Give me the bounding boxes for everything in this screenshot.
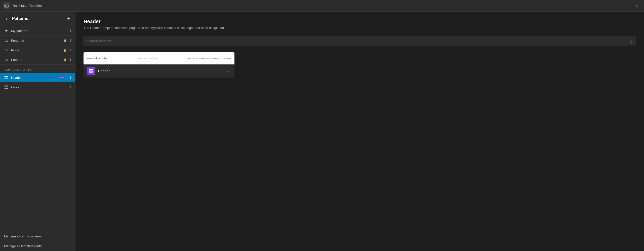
- template-icon-footer: [4, 85, 9, 89]
- footers-count: 1: [69, 58, 71, 61]
- preview-nav-item-3: Sample Page: [221, 57, 231, 59]
- svg-rect-7: [89, 71, 91, 73]
- my-patterns-label: My patterns: [11, 29, 67, 33]
- preview-nav: Privacy Policy Refund and Return Policy …: [186, 57, 231, 59]
- back-button[interactable]: ‹: [3, 15, 10, 22]
- sidebar-footer: Manage all of my patterns › Manage all t…: [0, 231, 75, 251]
- svg-rect-6: [89, 69, 93, 70]
- chevron-right-icon-1: ›: [70, 235, 71, 238]
- footer-nav-label: Footer: [11, 85, 67, 89]
- header-nav-count: 1: [69, 76, 71, 79]
- pattern-card-header: Rank Math Test Site Type / to choose a b…: [84, 52, 234, 78]
- pattern-name: Header: [98, 69, 221, 73]
- preview-site-name: Rank Math Test Site: [87, 57, 107, 60]
- preview-nav-item-2: Refund and Return Policy: [199, 57, 219, 59]
- my-patterns-count: 1: [69, 29, 71, 32]
- sidebar-item-my-patterns[interactable]: ★ My patterns 1: [0, 26, 75, 35]
- sidebar-item-footers[interactable]: 🗂 Footers 🔒 1: [0, 55, 75, 64]
- sidebar-item-featured[interactable]: 🗂 Featured 🔒 1: [0, 36, 75, 45]
- manage-template-parts-link[interactable]: Manage all template parts ›: [0, 241, 75, 251]
- search-input[interactable]: [87, 36, 630, 46]
- svg-rect-2: [7, 78, 8, 79]
- page-description: The Header template defines a page area …: [84, 26, 636, 30]
- preview-nav-item-1: Privacy Policy: [186, 57, 197, 59]
- chevron-right-icon-2: ›: [70, 244, 71, 248]
- footer-nav-count: 1: [69, 85, 71, 89]
- svg-rect-1: [5, 78, 6, 79]
- svg-rect-5: [5, 88, 8, 89]
- folder-icon-posts: 🗂: [4, 48, 9, 52]
- top-bar: Rank Math Test Site ⌕: [0, 0, 644, 12]
- pattern-info: Header ···: [84, 64, 234, 78]
- svg-rect-4: [7, 85, 8, 87]
- page-title: Header: [84, 19, 636, 24]
- pattern-more-button[interactable]: ···: [224, 67, 231, 75]
- main-content: Header The Header template defines a pag…: [75, 12, 644, 251]
- pattern-preview: Rank Math Test Site Type / to choose a b…: [84, 52, 234, 64]
- lock-icon-posts: 🔒: [63, 49, 67, 52]
- featured-count: 1: [69, 39, 71, 42]
- lock-icon-footers: 🔒: [63, 58, 67, 61]
- sidebar-title: Patterns: [12, 16, 63, 21]
- sidebar: ‹ Patterns + ★ My patterns 1 🗂 Featured …: [0, 12, 75, 251]
- manage-template-parts-label: Manage all template parts: [4, 244, 42, 248]
- svg-rect-0: [5, 76, 8, 77]
- svg-rect-8: [91, 71, 93, 73]
- add-pattern-button[interactable]: +: [65, 15, 72, 22]
- sidebar-item-header[interactable]: Header 1: [0, 73, 75, 82]
- sidebar-header: ‹ Patterns +: [0, 12, 75, 26]
- folder-icon-footers: 🗂: [4, 57, 9, 62]
- lock-icon-featured: 🔒: [63, 39, 67, 42]
- sidebar-item-posts[interactable]: 🗂 Posts 🔒 1: [0, 45, 75, 55]
- star-icon: ★: [4, 28, 9, 33]
- posts-label: Posts: [11, 48, 60, 52]
- template-parts-label: TEMPLATE PARTS: [0, 65, 75, 73]
- site-name: Rank Math Test Site: [13, 4, 42, 8]
- posts-count: 1: [69, 48, 71, 52]
- footers-label: Footers: [11, 58, 60, 62]
- topbar-search-button[interactable]: ⌕: [633, 2, 641, 10]
- preview-placeholder: Type / to choose a block: [112, 57, 181, 59]
- search-icon[interactable]: ⌕: [630, 39, 633, 44]
- pattern-thumbnail-icon: [87, 67, 95, 75]
- svg-rect-3: [5, 85, 6, 87]
- folder-icon-featured: 🗂: [4, 38, 9, 43]
- manage-patterns-label: Manage all of my patterns: [4, 234, 42, 238]
- sidebar-item-footer[interactable]: Footer 1: [0, 82, 75, 92]
- manage-patterns-link[interactable]: Manage all of my patterns ›: [0, 231, 75, 241]
- arrow-indicator: [59, 77, 64, 78]
- featured-label: Featured: [11, 39, 60, 43]
- more-items-hint: ···: [0, 92, 75, 101]
- template-icon-header: [4, 75, 9, 80]
- search-bar-container: ⌕: [84, 36, 636, 46]
- header-nav-label: Header: [11, 76, 67, 80]
- wp-logo[interactable]: [3, 2, 10, 9]
